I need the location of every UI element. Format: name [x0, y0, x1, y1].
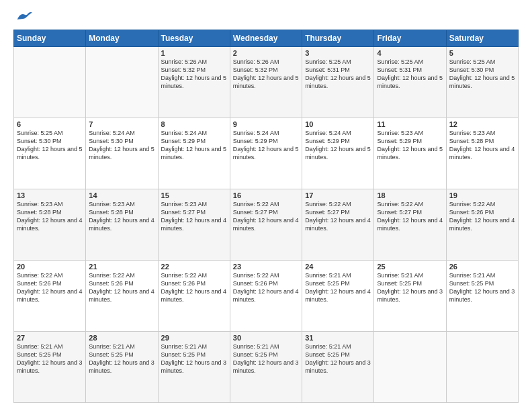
- calendar-cell: 3Sunrise: 5:25 AM Sunset: 5:31 PM Daylig…: [302, 47, 374, 118]
- calendar-day-header: Saturday: [446, 30, 518, 47]
- calendar-cell: 23Sunrise: 5:22 AM Sunset: 5:26 PM Dayli…: [230, 261, 302, 332]
- calendar-cell: [86, 47, 158, 118]
- calendar-cell: 9Sunrise: 5:24 AM Sunset: 5:29 PM Daylig…: [230, 118, 302, 189]
- calendar-cell: 2Sunrise: 5:26 AM Sunset: 5:32 PM Daylig…: [230, 47, 302, 118]
- calendar-cell: 30Sunrise: 5:21 AM Sunset: 5:25 PM Dayli…: [230, 332, 302, 403]
- calendar-cell: 4Sunrise: 5:25 AM Sunset: 5:31 PM Daylig…: [374, 47, 446, 118]
- calendar-cell: [446, 332, 518, 403]
- calendar-week-row: 6Sunrise: 5:25 AM Sunset: 5:30 PM Daylig…: [14, 118, 519, 189]
- day-info: Sunrise: 5:24 AM Sunset: 5:30 PM Dayligh…: [89, 129, 154, 162]
- day-info: Sunrise: 5:23 AM Sunset: 5:28 PM Dayligh…: [89, 200, 154, 233]
- day-number: 20: [17, 263, 83, 271]
- day-info: Sunrise: 5:26 AM Sunset: 5:32 PM Dayligh…: [161, 58, 227, 91]
- day-info: Sunrise: 5:21 AM Sunset: 5:25 PM Dayligh…: [305, 342, 371, 375]
- calendar-cell: 18Sunrise: 5:22 AM Sunset: 5:27 PM Dayli…: [374, 189, 446, 261]
- day-number: 16: [233, 191, 299, 199]
- logo-text: [13, 11, 34, 23]
- day-number: 4: [377, 49, 443, 57]
- day-info: Sunrise: 5:23 AM Sunset: 5:27 PM Dayligh…: [161, 200, 227, 233]
- day-number: 7: [89, 120, 154, 128]
- day-info: Sunrise: 5:23 AM Sunset: 5:29 PM Dayligh…: [377, 129, 443, 162]
- day-info: Sunrise: 5:23 AM Sunset: 5:28 PM Dayligh…: [17, 200, 83, 233]
- day-info: Sunrise: 5:22 AM Sunset: 5:26 PM Dayligh…: [161, 271, 227, 304]
- calendar-week-row: 27Sunrise: 5:21 AM Sunset: 5:25 PM Dayli…: [14, 332, 519, 403]
- day-info: Sunrise: 5:23 AM Sunset: 5:28 PM Dayligh…: [449, 129, 515, 162]
- day-info: Sunrise: 5:24 AM Sunset: 5:29 PM Dayligh…: [233, 129, 299, 162]
- day-number: 12: [449, 120, 515, 128]
- calendar-cell: 10Sunrise: 5:24 AM Sunset: 5:29 PM Dayli…: [302, 118, 374, 189]
- calendar-cell: 17Sunrise: 5:22 AM Sunset: 5:27 PM Dayli…: [302, 189, 374, 261]
- calendar-cell: 14Sunrise: 5:23 AM Sunset: 5:28 PM Dayli…: [86, 189, 158, 261]
- day-info: Sunrise: 5:22 AM Sunset: 5:27 PM Dayligh…: [305, 200, 371, 233]
- day-info: Sunrise: 5:26 AM Sunset: 5:32 PM Dayligh…: [233, 58, 299, 91]
- calendar-cell: 24Sunrise: 5:21 AM Sunset: 5:25 PM Dayli…: [302, 261, 374, 332]
- calendar-week-row: 1Sunrise: 5:26 AM Sunset: 5:32 PM Daylig…: [14, 47, 519, 118]
- day-number: 2: [233, 49, 299, 57]
- calendar-header-row: SundayMondayTuesdayWednesdayThursdayFrid…: [14, 30, 519, 47]
- day-number: 3: [305, 49, 371, 57]
- calendar-cell: 1Sunrise: 5:26 AM Sunset: 5:32 PM Daylig…: [158, 47, 230, 118]
- calendar-cell: 26Sunrise: 5:21 AM Sunset: 5:25 PM Dayli…: [446, 261, 518, 332]
- day-number: 8: [161, 120, 227, 128]
- calendar-cell: 11Sunrise: 5:23 AM Sunset: 5:29 PM Dayli…: [374, 118, 446, 189]
- day-info: Sunrise: 5:21 AM Sunset: 5:25 PM Dayligh…: [233, 342, 299, 375]
- day-number: 13: [17, 191, 83, 199]
- day-number: 19: [449, 191, 515, 199]
- day-info: Sunrise: 5:21 AM Sunset: 5:25 PM Dayligh…: [305, 271, 371, 304]
- calendar-week-row: 20Sunrise: 5:22 AM Sunset: 5:26 PM Dayli…: [14, 261, 519, 332]
- calendar-cell: [374, 332, 446, 403]
- day-info: Sunrise: 5:21 AM Sunset: 5:25 PM Dayligh…: [449, 271, 515, 304]
- calendar-day-header: Wednesday: [230, 30, 302, 47]
- day-info: Sunrise: 5:22 AM Sunset: 5:26 PM Dayligh…: [89, 271, 154, 304]
- day-info: Sunrise: 5:25 AM Sunset: 5:31 PM Dayligh…: [305, 58, 371, 91]
- day-number: 18: [377, 191, 443, 199]
- day-number: 30: [233, 334, 299, 342]
- calendar-cell: 16Sunrise: 5:22 AM Sunset: 5:27 PM Dayli…: [230, 189, 302, 261]
- calendar-day-header: Tuesday: [158, 30, 230, 47]
- calendar-cell: 20Sunrise: 5:22 AM Sunset: 5:26 PM Dayli…: [14, 261, 86, 332]
- day-number: 21: [89, 263, 154, 271]
- day-number: 27: [17, 334, 83, 342]
- logo-bird-icon: [16, 11, 32, 23]
- day-number: 15: [161, 191, 227, 199]
- calendar-cell: [14, 47, 86, 118]
- calendar-cell: 27Sunrise: 5:21 AM Sunset: 5:25 PM Dayli…: [14, 332, 86, 403]
- day-number: 28: [89, 334, 154, 342]
- day-info: Sunrise: 5:24 AM Sunset: 5:29 PM Dayligh…: [161, 129, 227, 162]
- logo: [13, 11, 34, 23]
- calendar-cell: 6Sunrise: 5:25 AM Sunset: 5:30 PM Daylig…: [14, 118, 86, 189]
- day-info: Sunrise: 5:22 AM Sunset: 5:27 PM Dayligh…: [377, 200, 443, 233]
- day-info: Sunrise: 5:22 AM Sunset: 5:26 PM Dayligh…: [233, 271, 299, 304]
- day-number: 23: [233, 263, 299, 271]
- header: [13, 11, 519, 23]
- day-number: 24: [305, 263, 371, 271]
- day-number: 11: [377, 120, 443, 128]
- day-number: 14: [89, 191, 154, 199]
- day-info: Sunrise: 5:25 AM Sunset: 5:31 PM Dayligh…: [377, 58, 443, 91]
- calendar-cell: 31Sunrise: 5:21 AM Sunset: 5:25 PM Dayli…: [302, 332, 374, 403]
- day-info: Sunrise: 5:21 AM Sunset: 5:25 PM Dayligh…: [161, 342, 227, 375]
- calendar-cell: 28Sunrise: 5:21 AM Sunset: 5:25 PM Dayli…: [86, 332, 158, 403]
- day-info: Sunrise: 5:21 AM Sunset: 5:25 PM Dayligh…: [17, 342, 83, 375]
- calendar-cell: 29Sunrise: 5:21 AM Sunset: 5:25 PM Dayli…: [158, 332, 230, 403]
- calendar-cell: 13Sunrise: 5:23 AM Sunset: 5:28 PM Dayli…: [14, 189, 86, 261]
- calendar-cell: 15Sunrise: 5:23 AM Sunset: 5:27 PM Dayli…: [158, 189, 230, 261]
- day-number: 17: [305, 191, 371, 199]
- day-info: Sunrise: 5:24 AM Sunset: 5:29 PM Dayligh…: [305, 129, 371, 162]
- day-number: 10: [305, 120, 371, 128]
- calendar-day-header: Friday: [374, 30, 446, 47]
- day-info: Sunrise: 5:25 AM Sunset: 5:30 PM Dayligh…: [17, 129, 83, 162]
- day-number: 26: [449, 263, 515, 271]
- day-info: Sunrise: 5:22 AM Sunset: 5:26 PM Dayligh…: [17, 271, 83, 304]
- calendar-cell: 8Sunrise: 5:24 AM Sunset: 5:29 PM Daylig…: [158, 118, 230, 189]
- calendar-week-row: 13Sunrise: 5:23 AM Sunset: 5:28 PM Dayli…: [14, 189, 519, 261]
- day-number: 6: [17, 120, 83, 128]
- calendar-cell: 5Sunrise: 5:25 AM Sunset: 5:30 PM Daylig…: [446, 47, 518, 118]
- day-number: 9: [233, 120, 299, 128]
- day-number: 22: [161, 263, 227, 271]
- calendar-day-header: Monday: [86, 30, 158, 47]
- day-info: Sunrise: 5:21 AM Sunset: 5:25 PM Dayligh…: [377, 271, 443, 304]
- calendar-cell: 19Sunrise: 5:22 AM Sunset: 5:26 PM Dayli…: [446, 189, 518, 261]
- day-info: Sunrise: 5:21 AM Sunset: 5:25 PM Dayligh…: [89, 342, 154, 375]
- day-info: Sunrise: 5:22 AM Sunset: 5:26 PM Dayligh…: [449, 200, 515, 233]
